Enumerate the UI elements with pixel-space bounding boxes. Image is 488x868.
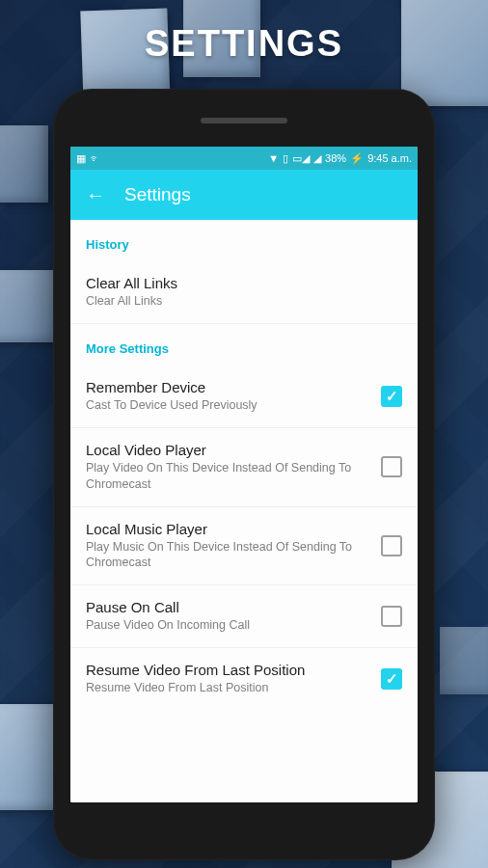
setting-subtitle: Cast To Device Used Previously [86,397,369,414]
sim-icon: ▯ [283,152,288,165]
setting-clear-links[interactable]: Clear All Links Clear All Links [70,261,418,324]
battery-text: 38% [325,152,346,164]
phone-screen: ▦ ᯤ ▼ ▯ ▭◢ ◢ 38% ⚡ 9:45 a.m. ← Settings … [70,147,418,802]
clock-text: 9:45 a.m. [367,152,412,164]
checkbox-resume-video[interactable] [381,668,402,690]
setting-pause-on-call[interactable]: Pause On Call Pause Video On Incoming Ca… [70,585,418,648]
setting-title: Remember Device [86,379,369,395]
phone-frame: ▦ ᯤ ▼ ▯ ▭◢ ◢ 38% ⚡ 9:45 a.m. ← Settings … [53,89,435,860]
back-arrow-icon[interactable]: ← [86,184,105,206]
setting-title: Local Music Player [86,521,369,537]
charging-icon: ⚡ [350,152,364,165]
settings-content[interactable]: History Clear All Links Clear All Links … [70,220,418,802]
setting-title: Pause On Call [86,599,369,615]
setting-title: Clear All Links [86,275,402,291]
checkbox-local-video[interactable] [381,456,402,477]
signal-icon-2: ◢ [313,152,321,165]
setting-local-video[interactable]: Local Video Player Play Video On This De… [70,428,418,507]
setting-text: Local Music Player Play Music On This De… [86,521,369,572]
setting-text: Local Video Player Play Video On This De… [86,442,369,493]
setting-text: Pause On Call Pause Video On Incoming Ca… [86,599,369,634]
photo-icon: ▦ [76,152,86,165]
setting-text: Remember Device Cast To Device Used Prev… [86,379,369,414]
section-header-more: More Settings [70,324,418,366]
setting-resume-video[interactable]: Resume Video From Last Position Resume V… [70,648,418,710]
bg-cube [0,125,48,203]
setting-subtitle: Play Music On This Device Instead Of Sen… [86,539,369,572]
setting-title: Resume Video From Last Position [86,662,369,678]
status-bar: ▦ ᯤ ▼ ▯ ▭◢ ◢ 38% ⚡ 9:45 a.m. [70,147,418,170]
setting-subtitle: Play Video On This Device Instead Of Sen… [86,460,369,493]
setting-subtitle: Clear All Links [86,293,402,310]
status-right: ▼ ▯ ▭◢ ◢ 38% ⚡ 9:45 a.m. [268,152,412,165]
checkbox-remember-device[interactable] [381,386,402,407]
wifi-icon: ▼ [268,152,279,164]
checkbox-local-music[interactable] [381,535,402,556]
app-bar: ← Settings [70,170,418,220]
phone-speaker [201,118,287,123]
setting-local-music[interactable]: Local Music Player Play Music On This De… [70,507,418,586]
app-bar-title: Settings [124,184,191,205]
setting-text: Resume Video From Last Position Resume V… [86,662,369,696]
bg-cube [0,270,58,342]
signal-icon: ▭◢ [292,152,310,165]
status-left: ▦ ᯤ [76,152,100,165]
setting-remember-device[interactable]: Remember Device Cast To Device Used Prev… [70,366,418,428]
checkbox-pause-on-call[interactable] [381,606,402,627]
section-header-history: History [70,220,418,261]
bg-cube [440,627,488,694]
cast-icon: ᯤ [90,152,100,164]
setting-subtitle: Resume Video From Last Position [86,680,369,696]
setting-subtitle: Pause Video On Incoming Call [86,617,369,634]
setting-title: Local Video Player [86,442,369,458]
page-title: SETTINGS [0,0,488,65]
setting-text: Clear All Links Clear All Links [86,275,402,310]
